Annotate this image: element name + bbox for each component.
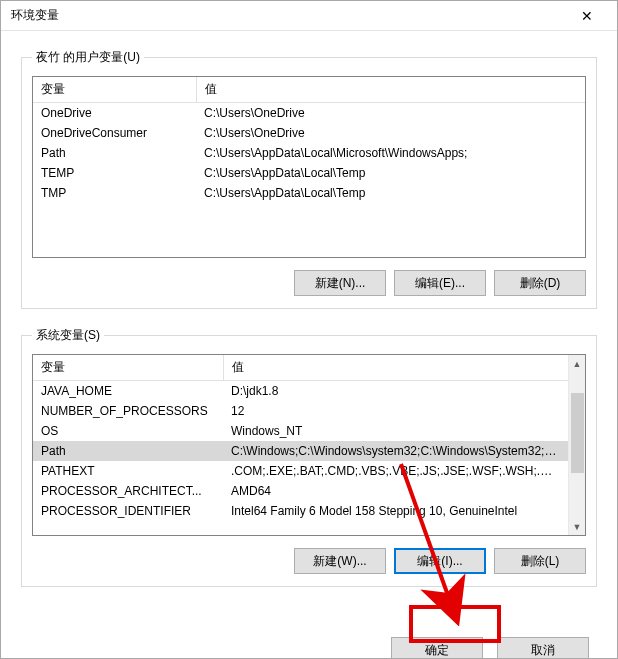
- var-name: TMP: [33, 183, 196, 203]
- var-name: TEMP: [33, 163, 196, 183]
- table-row[interactable]: PROCESSOR_IDENTIFIERIntel64 Family 6 Mod…: [33, 501, 568, 521]
- var-value: 12: [223, 401, 568, 421]
- column-variable[interactable]: 变量: [33, 355, 223, 381]
- user-buttons-row: 新建(N)... 编辑(E)... 删除(D): [32, 270, 586, 296]
- user-delete-button[interactable]: 删除(D): [494, 270, 586, 296]
- var-name: OneDrive: [33, 103, 196, 124]
- table-row[interactable]: TEMPC:\Users\AppData\Local\Temp: [33, 163, 585, 183]
- cancel-button[interactable]: 取消: [497, 637, 589, 659]
- dialog-footer: 确定 取消: [1, 629, 617, 659]
- var-name: Path: [33, 441, 223, 461]
- var-name: JAVA_HOME: [33, 381, 223, 402]
- system-variables-group: 系统变量(S) 变量 值 JAVA_HOMED:\jdk1.8 NUMBER_O…: [21, 327, 597, 587]
- window-title: 环境变量: [11, 7, 59, 24]
- table-row[interactable]: PROCESSOR_ARCHITECT...AMD64: [33, 481, 568, 501]
- system-new-button[interactable]: 新建(W)...: [294, 548, 386, 574]
- dialog-content: 夜竹 的用户变量(U) 变量 值 OneDriveC:\Users\OneDri…: [1, 31, 617, 617]
- system-edit-button[interactable]: 编辑(I)...: [394, 548, 486, 574]
- user-variables-table-wrap: 变量 值 OneDriveC:\Users\OneDrive OneDriveC…: [32, 76, 586, 258]
- var-value: C:\Users\OneDrive: [196, 103, 585, 124]
- ok-button[interactable]: 确定: [391, 637, 483, 659]
- table-row[interactable]: OneDriveC:\Users\OneDrive: [33, 103, 585, 124]
- var-value: Windows_NT: [223, 421, 568, 441]
- user-variables-table[interactable]: 变量 值 OneDriveC:\Users\OneDrive OneDriveC…: [33, 77, 585, 203]
- table-header-row: 变量 值: [33, 77, 585, 103]
- system-variables-table-wrap: 变量 值 JAVA_HOMED:\jdk1.8 NUMBER_OF_PROCES…: [32, 354, 586, 536]
- var-value: C:\Users\AppData\Local\Microsoft\Windows…: [196, 143, 585, 163]
- var-name: PATHEXT: [33, 461, 223, 481]
- var-value: C:\Users\AppData\Local\Temp: [196, 183, 585, 203]
- table-row[interactable]: PathC:\Users\AppData\Local\Microsoft\Win…: [33, 143, 585, 163]
- user-variables-group: 夜竹 的用户变量(U) 变量 值 OneDriveC:\Users\OneDri…: [21, 49, 597, 309]
- table-row[interactable]: OSWindows_NT: [33, 421, 568, 441]
- user-new-button[interactable]: 新建(N)...: [294, 270, 386, 296]
- table-row[interactable]: NUMBER_OF_PROCESSORS12: [33, 401, 568, 421]
- scrollbar[interactable]: ▲ ▼: [568, 355, 585, 535]
- var-value: Intel64 Family 6 Model 158 Stepping 10, …: [223, 501, 568, 521]
- column-value[interactable]: 值: [196, 77, 585, 103]
- var-value: AMD64: [223, 481, 568, 501]
- var-name: OS: [33, 421, 223, 441]
- column-variable[interactable]: 变量: [33, 77, 196, 103]
- table-row[interactable]: OneDriveConsumerC:\Users\OneDrive: [33, 123, 585, 143]
- scroll-thumb[interactable]: [571, 393, 584, 473]
- system-variables-legend: 系统变量(S): [32, 327, 104, 344]
- system-variables-table[interactable]: 变量 值 JAVA_HOMED:\jdk1.8 NUMBER_OF_PROCES…: [33, 355, 568, 521]
- table-row[interactable]: TMPC:\Users\AppData\Local\Temp: [33, 183, 585, 203]
- var-name: PROCESSOR_ARCHITECT...: [33, 481, 223, 501]
- table-row[interactable]: PATHEXT.COM;.EXE;.BAT;.CMD;.VBS;.VBE;.JS…: [33, 461, 568, 481]
- column-value[interactable]: 值: [223, 355, 568, 381]
- var-value: .COM;.EXE;.BAT;.CMD;.VBS;.VBE;.JS;.JSE;.…: [223, 461, 568, 481]
- table-row[interactable]: JAVA_HOMED:\jdk1.8: [33, 381, 568, 402]
- var-value: C:\Users\OneDrive: [196, 123, 585, 143]
- var-name: OneDriveConsumer: [33, 123, 196, 143]
- close-icon: ✕: [581, 8, 593, 24]
- system-delete-button[interactable]: 删除(L): [494, 548, 586, 574]
- var-value: C:\Windows;C:\Windows\system32;C:\Window…: [223, 441, 568, 461]
- user-edit-button[interactable]: 编辑(E)...: [394, 270, 486, 296]
- scroll-up-icon[interactable]: ▲: [569, 355, 585, 372]
- table-row[interactable]: PathC:\Windows;C:\Windows\system32;C:\Wi…: [33, 441, 568, 461]
- var-value: D:\jdk1.8: [223, 381, 568, 402]
- table-header-row: 变量 值: [33, 355, 568, 381]
- var-name: NUMBER_OF_PROCESSORS: [33, 401, 223, 421]
- var-name: Path: [33, 143, 196, 163]
- user-variables-legend: 夜竹 的用户变量(U): [32, 49, 144, 66]
- var-value: C:\Users\AppData\Local\Temp: [196, 163, 585, 183]
- var-name: PROCESSOR_IDENTIFIER: [33, 501, 223, 521]
- close-button[interactable]: ✕: [567, 2, 607, 30]
- scroll-down-icon[interactable]: ▼: [569, 518, 585, 535]
- system-buttons-row: 新建(W)... 编辑(I)... 删除(L): [32, 548, 586, 574]
- title-bar: 环境变量 ✕: [1, 1, 617, 31]
